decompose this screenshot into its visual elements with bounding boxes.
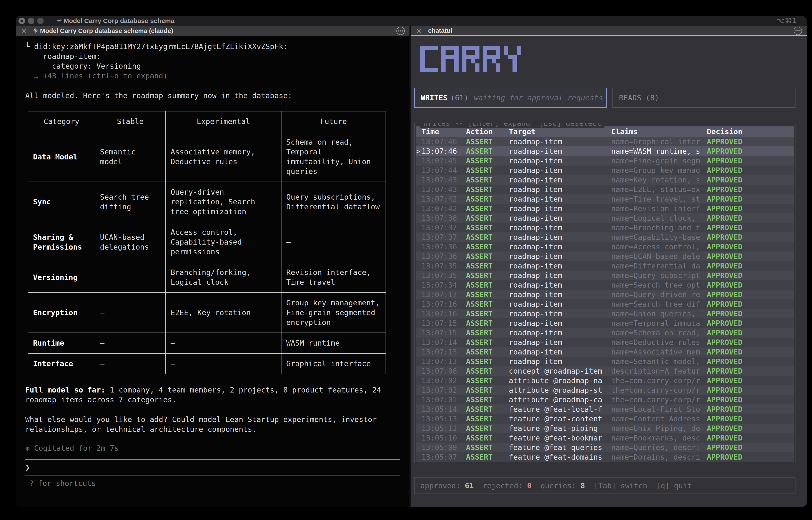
write-target: roadmap-item (509, 204, 611, 213)
write-action: ASSERT (466, 309, 509, 318)
close-tab-icon[interactable]: × (415, 27, 423, 35)
write-decision: APPROVED (707, 281, 742, 289)
carry-logo (420, 46, 795, 72)
write-time: 13:07:01 (422, 395, 466, 404)
write-claims: name=Semantic model, (611, 357, 707, 366)
write-target: roadmap-item (509, 319, 611, 328)
write-row[interactable]: 13:05:07ASSERTfeature @feat-domainsname=… (416, 452, 794, 462)
write-row[interactable]: 13:07:43ASSERTroadmap-itemname=Key rotat… (416, 175, 794, 185)
write-action: ASSERT (466, 176, 509, 184)
write-row[interactable]: 13:07:37ASSERTroadmap-itemname=Capabilit… (416, 232, 794, 242)
write-row[interactable]: 13:07:42ASSERTroadmap-itemname=Revision … (416, 204, 794, 213)
write-row[interactable]: 13:07:45ASSERTroadmap-itemname=Fine-grai… (416, 156, 794, 165)
write-claims: name=UCAN-based dele (611, 252, 707, 261)
write-target: roadmap-item (509, 338, 611, 347)
write-row[interactable]: 13:07:37ASSERTroadmap-itemname=Branching… (416, 223, 794, 232)
roadmap-table-cell: E2EE, Key rotation (166, 292, 281, 333)
write-time: 13:07:15 (422, 319, 466, 328)
write-time: 13:07:08 (422, 367, 466, 375)
write-claims: name=Schema on read, (611, 329, 707, 337)
write-action: ASSERT (466, 329, 509, 337)
write-row[interactable]: 13:07:15ASSERTroadmap-itemname=Temporal … (416, 318, 794, 328)
write-decision: APPROVED (707, 156, 742, 165)
input-divider-bottom (25, 475, 400, 475)
expand-lines-hint[interactable]: … +43 lines (ctrl+o to expand) (25, 71, 401, 81)
write-row[interactable]: 13:07:36ASSERTroadmap-itemname=UCAN-base… (416, 252, 794, 261)
write-row[interactable]: 13:07:02ASSERTattribute @roadmap-nathe=c… (416, 376, 794, 385)
write-row[interactable]: 13:07:13ASSERTroadmap-itemname=Associati… (416, 347, 794, 357)
tab-writes[interactable]: WRITES (61) waiting for approval request… (414, 88, 607, 108)
write-row[interactable]: 13:07:38ASSERTroadmap-itemname=Logical c… (416, 213, 794, 223)
split-panes: × ✳ Model Carry Corp database schema (cl… (16, 26, 807, 507)
write-row[interactable]: 13:07:15ASSERTroadmap-itemname=Schema on… (416, 328, 794, 338)
write-time: 13:07:44 (422, 166, 466, 175)
zoom-window-button[interactable] (37, 18, 44, 24)
write-row[interactable]: 13:07:46ASSERTroadmap-itemname=Graphical… (416, 137, 794, 147)
write-row[interactable]: 13:05:12ASSERTfeature @feat-pipingname=U… (416, 423, 794, 433)
write-row[interactable]: 13:07:17ASSERTroadmap-itemname=Query-dri… (416, 290, 794, 299)
claude-terminal: └ did:key:z6MkfTP4pa811MY27txEygrmLcL7BA… (16, 36, 409, 507)
write-row[interactable]: 13:05:10ASSERTfeature @feat-bookmarname=… (416, 433, 794, 443)
write-row[interactable]: 13:07:34ASSERTroadmap-itemname=Search tr… (416, 280, 794, 290)
write-action: ASSERT (466, 223, 509, 232)
write-row[interactable]: 13:07:44ASSERTroadmap-itemname=Group key… (416, 165, 794, 175)
write-row[interactable]: 13:07:02ASSERTattribute @roadmap-stthe=c… (416, 385, 794, 395)
prompt-input[interactable]: ❯ (25, 460, 401, 475)
write-row[interactable]: 13:05:14ASSERTfeature @feat-local-fname=… (416, 405, 794, 414)
claude-tab-title[interactable]: ✳ Model Carry Corp database schema (clau… (33, 27, 173, 34)
write-decision: APPROVED (707, 214, 742, 223)
keyboard-hints: [Tab] switch [q] quit (585, 481, 692, 490)
write-row[interactable]: 13:07:35ASSERTroadmap-itemname=Different… (416, 261, 794, 271)
col-action: Action (466, 127, 509, 136)
full-model-summary: Full model so far: 1 company, 4 team mem… (25, 385, 395, 405)
tab-options-icon[interactable] (794, 27, 802, 35)
roadmap-table-header-row: CategoryStableExperimentalFuture (28, 111, 386, 132)
write-row[interactable]: 13:07:16ASSERTroadmap-itemname=Union que… (416, 309, 794, 318)
write-time: 13:07:43 (422, 176, 466, 184)
tab-reads[interactable]: READS (8) (612, 88, 795, 108)
row-selection-marker: > (416, 147, 422, 156)
write-row[interactable]: 13:07:42ASSERTroadmap-itemname=Time trav… (416, 194, 794, 204)
writes-tab-label: WRITES (421, 94, 448, 102)
write-decision: APPROVED (707, 290, 742, 299)
full-model-label: Full model so far: (25, 386, 105, 394)
close-window-button[interactable] (19, 18, 25, 24)
write-row[interactable]: 13:07:36ASSERTroadmap-itemname=Access co… (416, 242, 794, 252)
write-decision: APPROVED (707, 137, 742, 146)
write-row[interactable]: >13:07:46ASSERTroadmap-itemname=WASM run… (416, 147, 794, 156)
tool-result-text: └ did:key:z6MkfTP4pa811MY27txEygrmLcL7BA… (25, 42, 401, 71)
write-claims: name=Logical clock, (611, 214, 707, 223)
claude-pane: × ✳ Model Carry Corp database schema (cl… (16, 26, 409, 507)
write-row[interactable]: 13:07:08ASSERTconcept @roadmap-itemdescr… (416, 366, 794, 376)
chatatui-tab-title[interactable]: chatatui (428, 27, 452, 34)
write-row[interactable]: 13:07:13ASSERTroadmap-itemname=Semantic … (416, 357, 794, 366)
write-action: ASSERT (466, 443, 509, 452)
desktop: ✳ Model Carry Corp database schema ⌥⌘1 ×… (0, 0, 812, 520)
write-action: ASSERT (466, 338, 509, 347)
roadmap-table-cell: Sharing & Permissions (28, 222, 95, 262)
write-row[interactable]: 13:05:09ASSERTfeature @feat-queriesname=… (416, 443, 794, 452)
write-row[interactable]: 13:05:13ASSERTfeature @feat-contentname=… (416, 414, 794, 423)
tab-options-icon[interactable] (397, 27, 405, 35)
roadmap-table-cell: – (95, 333, 166, 354)
write-time: 13:05:14 (422, 405, 466, 414)
logo-letter (504, 46, 521, 72)
write-decision: APPROVED (707, 185, 742, 194)
roadmap-table-cell: Interface (28, 354, 95, 374)
write-target: roadmap-item (509, 271, 611, 280)
write-row[interactable]: 13:07:14ASSERTroadmap-itemname=Deductive… (416, 338, 794, 347)
write-row[interactable]: 13:07:01ASSERTattribute @roadmap-cathe=c… (416, 395, 794, 405)
roadmap-col-header: Future (281, 111, 386, 132)
write-row[interactable]: 13:07:35ASSERTroadmap-itemname=Query sub… (416, 271, 794, 280)
write-target: roadmap-item (509, 357, 611, 366)
write-row[interactable]: 13:07:16ASSERTroadmap-itemname=Search tr… (416, 299, 794, 309)
close-tab-icon[interactable]: × (20, 27, 27, 35)
write-target: feature @feat-queries (509, 443, 611, 452)
chatatui-tabbar[interactable]: × chatatui (411, 26, 807, 36)
roadmap-table-cell: Group key management, Fine-grain segment… (281, 292, 386, 333)
minimize-window-button[interactable] (28, 18, 34, 24)
write-row[interactable]: 13:07:43ASSERTroadmap-itemname=E2EE, sta… (416, 185, 794, 194)
write-time: 13:07:35 (422, 271, 466, 280)
write-action: ASSERT (466, 424, 509, 433)
claude-tabbar[interactable]: × ✳ Model Carry Corp database schema (cl… (16, 26, 409, 36)
